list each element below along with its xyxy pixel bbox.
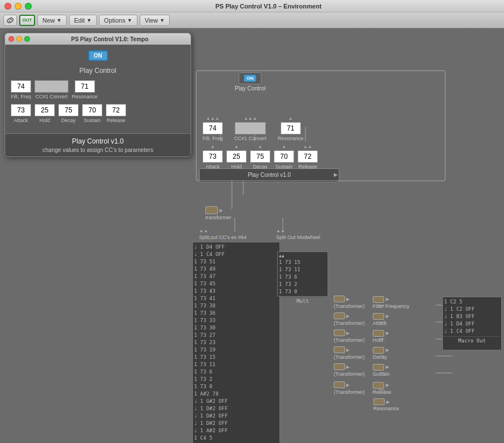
env-filter-freq-label: Filter Frequency [373, 303, 410, 309]
on-button[interactable]: ON [88, 50, 108, 61]
env-play-control: ON Play Control [235, 72, 265, 92]
env-attack-module-label: Attack [373, 320, 389, 326]
decay-item: 75 Decay [58, 104, 79, 123]
maximize-button[interactable] [25, 3, 32, 10]
hold-label: Hold [40, 118, 50, 123]
cc1-convert-item: CC#1 Convert [35, 80, 68, 99]
view-button[interactable]: View ▼ [140, 15, 170, 26]
release-label: Release [106, 118, 125, 123]
release-item: 72 Release [106, 104, 126, 123]
out-button[interactable]: OUT [19, 15, 35, 26]
hold-item: 25 Hold [35, 104, 55, 123]
env-hold-value[interactable]: 25 [226, 150, 247, 163]
decay-value[interactable]: 75 [58, 104, 79, 116]
env-resonance-value[interactable]: 71 [281, 122, 301, 134]
modwheel-arrow: ▲▲ [276, 228, 285, 233]
panel-min-btn[interactable] [16, 36, 22, 42]
env-transformer-2-label: (Transformer) [334, 320, 365, 326]
panel-footer: Play Control v1.0 change values to assig… [5, 133, 191, 157]
transformer-icon-5 [334, 363, 345, 370]
env-cc1-convert-box[interactable] [235, 122, 266, 134]
panel-close-btn[interactable] [8, 36, 14, 42]
env-hold-module: ▶ (Transformer) ▶ Hold [334, 329, 389, 343]
env-resonance: ▲ 71 Resonance [278, 116, 304, 141]
param-group-row2: 73 Attack 25 Hold 75 Decay 70 Sustain 72 [11, 104, 185, 123]
filt-freq-value[interactable]: 74 [11, 80, 31, 93]
mult-list: ▲▲ 1 73 15 1 73 11 1 73 6 1 73 2 1 73 0 … [277, 251, 328, 297]
env-transformer: ▶ transformer [205, 206, 231, 220]
env-resonance-module-label: Resonance [373, 406, 399, 411]
env-filt-freq-value[interactable]: 74 [203, 122, 223, 134]
env-decay-value[interactable]: 75 [250, 150, 270, 163]
modwheel-label: Split Out Modwheel [276, 234, 320, 240]
resonance-item: 71 Resonance [72, 80, 98, 99]
env-bar-arrow: ▶ [334, 172, 338, 177]
transformer-icon-6 [334, 381, 345, 388]
env-transformer-6-label: (Transformer) [334, 389, 365, 395]
env-on-badge[interactable]: ON [244, 75, 256, 82]
panel-footer-sub: change values to assign CC's to paramete… [8, 147, 187, 153]
close-button[interactable] [5, 3, 11, 10]
env-release-module: ▶ (Transformer) ▶ Release [334, 381, 391, 395]
env-sustain-module: ▶ (Transformer) ▶ Sustain [334, 363, 390, 377]
env-release-value[interactable]: 72 [298, 150, 318, 163]
split-cc64-label: Split out CC's ex #64 [199, 234, 247, 240]
edit-button[interactable]: Edit ▼ [69, 15, 97, 26]
play-control-label: Play Control [11, 67, 185, 75]
attack-item: 73 Attack [11, 104, 31, 123]
sustain-value[interactable]: 70 [82, 104, 102, 116]
resonance-label: Resonance [72, 94, 98, 99]
env-params-row2: ▲ 73 Attack ▲ 25 Hold ▲ 75 Decay ▲ 70 Su… [203, 144, 318, 170]
floating-panel: PS Play Control V1.0: Tempo ON Play Cont… [5, 33, 191, 157]
attack-value[interactable]: 73 [11, 104, 31, 116]
decay-label: Decay [61, 118, 76, 123]
env-attack-value[interactable]: 73 [203, 150, 223, 163]
env-release-module-label: Release [373, 389, 391, 395]
minimize-button[interactable] [15, 3, 21, 10]
window-title: PS Play Control V1.0 – Environment [37, 3, 499, 10]
split-cc64-arrow: ▲▲ [199, 228, 208, 233]
split-out-cc64: ▲▲ Split out CC's ex #64 [199, 228, 247, 240]
transformer-label: transformer [205, 215, 231, 220]
env-cc1-convert: ▲▲▲ CC#1 Convert [234, 116, 266, 141]
transformer-icon-4 [334, 346, 345, 353]
cc1-convert-label: CC#1 Convert [35, 94, 67, 99]
filt-freq-item: 74 Filt. Freq [11, 80, 31, 99]
main-area: PS Play Control V1.0: Tempo ON Play Cont… [0, 28, 504, 443]
resonance-value[interactable]: 71 [75, 80, 95, 93]
release-value[interactable]: 72 [106, 104, 126, 116]
env-decay-module-label: Decay [373, 354, 389, 360]
env-sustain-module-label: Sustain [373, 371, 390, 377]
transformer-icon-1 [334, 296, 345, 302]
env-play-control-v1-label: Play Control v1.0 [248, 172, 291, 178]
macro-in-list: ♩ 1 D4 OFF ♩ 1 C4 OFF 1 73 51 1 73 49 1 … [192, 242, 280, 443]
env-play-control-label: Play Control [235, 85, 265, 92]
env-transformer-1-label: (Transformer) [334, 303, 365, 309]
env-hold: ▲ 25 Hold [226, 144, 247, 170]
env-transformer-4-label: (Transformer) [334, 354, 365, 360]
panel-title-bar: PS Play Control V1.0: Tempo [5, 33, 191, 45]
env-resonance-module: ▶ Resonance [373, 398, 399, 411]
options-button[interactable]: Options ▼ [99, 15, 137, 26]
hold-value[interactable]: 25 [35, 104, 55, 116]
env-sustain-value[interactable]: 70 [274, 150, 294, 163]
panel-max-btn[interactable] [24, 36, 30, 42]
transformer-icon-3 [334, 329, 345, 336]
split-out-modwheel: ▲▲ Split Out Modwheel [276, 228, 320, 240]
cc1-convert-value [35, 80, 68, 93]
env-cc1-convert-label: CC#1 Convert [234, 136, 266, 141]
macro-out-list: 1 C2 5 ♩ 1 C2 OFF ♩ 1 B3 OFF ♩ 1 D4 OFF … [442, 297, 502, 350]
env-resonance-label: Resonance [278, 136, 304, 141]
transformer-arrow-right: ▶ [219, 208, 223, 213]
panel-content: ON Play Control 74 Filt. Freq CC#1 Conve… [5, 45, 191, 133]
env-filt-freq: ▲▲▲ 74 Filt. Freq [203, 116, 223, 141]
new-button[interactable]: New ▼ [37, 15, 67, 26]
macro-out-label: Macro Out [444, 336, 500, 344]
link-button[interactable] [3, 15, 17, 26]
mult-label: Mult [279, 297, 326, 304]
env-decay-module: ▶ (Transformer) ▶ Decay [334, 346, 389, 360]
attack-label: Attack [14, 118, 28, 123]
env-filter-freq-module: ▶ (Transformer) ▶ Filter Frequency [334, 296, 410, 309]
sustain-label: Sustain [84, 118, 101, 123]
transformer-icon [205, 206, 218, 214]
